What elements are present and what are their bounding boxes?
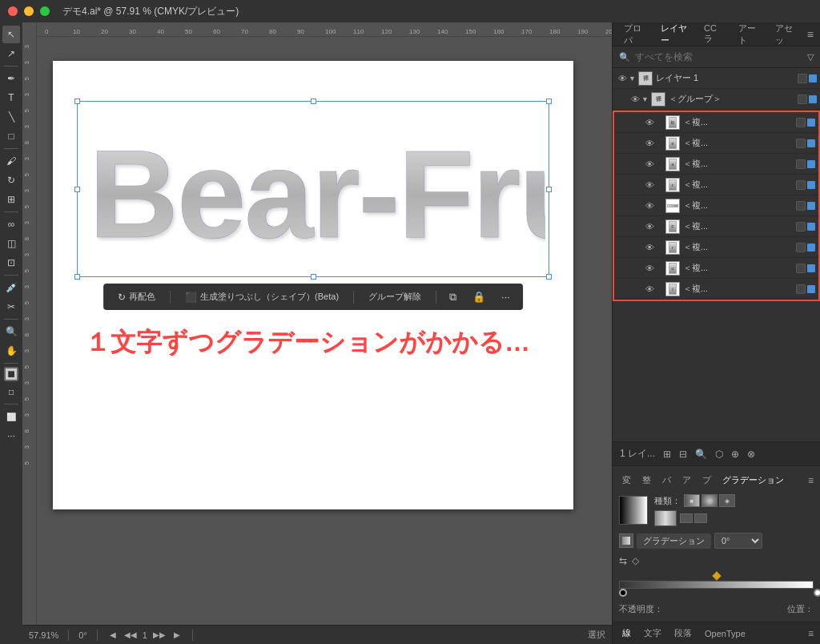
first-page-button[interactable]: ◀◀ xyxy=(122,630,139,640)
layer-lock-7[interactable] xyxy=(796,243,806,252)
more-tools[interactable]: ··· xyxy=(2,427,20,445)
layer-lock-6[interactable] xyxy=(796,222,806,231)
new-layer-icon[interactable]: ⊞ xyxy=(661,446,673,462)
line-tool[interactable]: ╲ xyxy=(2,108,20,126)
tab-character[interactable]: 文字 xyxy=(641,625,665,642)
selection-handle-tl[interactable] xyxy=(74,99,80,104)
layer-item-6[interactable]: 👁 F ＜複... xyxy=(614,216,818,237)
layer-item-9[interactable]: 👁 i ＜複... xyxy=(614,279,818,300)
template-icon[interactable]: ⬡ xyxy=(713,446,726,462)
rect-tool[interactable]: □ xyxy=(2,127,20,145)
gradient-distribute-icon[interactable]: ◇ xyxy=(632,555,639,566)
select-tool[interactable]: ↖ xyxy=(2,26,20,43)
gradient-tab-art[interactable]: ア xyxy=(679,473,694,488)
selection-handle-br[interactable] xyxy=(546,274,552,280)
tab-art[interactable]: アート xyxy=(734,22,764,50)
canvas-scroll[interactable]: Bear-Fruit Bear-Fruit xyxy=(37,37,612,625)
scissors-tool[interactable]: ✂ xyxy=(2,298,20,316)
tab-stroke[interactable]: 線 xyxy=(619,625,634,642)
visibility-icon-1[interactable]: 👁 xyxy=(643,116,656,129)
selection-handle-bc[interactable] xyxy=(311,274,316,280)
fill-color[interactable]: ■ xyxy=(4,367,18,381)
layer-item-8[interactable]: 👁 u ＜複... xyxy=(614,258,818,279)
selection-handle-tc[interactable] xyxy=(311,99,316,104)
visibility-icon-6[interactable]: 👁 xyxy=(643,220,656,233)
gradient-type-freeform[interactable]: ◈ xyxy=(719,494,735,507)
visibility-icon-7[interactable]: 👁 xyxy=(643,241,656,254)
pen-tool[interactable]: ✒ xyxy=(2,70,20,87)
layer-lock-1[interactable] xyxy=(796,118,806,127)
selection-handle-ml[interactable] xyxy=(74,187,80,192)
delete-layer-icon[interactable]: ⊗ xyxy=(745,446,758,462)
tab-paragraph[interactable]: 段落 xyxy=(671,625,695,642)
expand-icon-group1[interactable]: ▼ xyxy=(641,95,651,103)
gradient-swatch-large[interactable] xyxy=(619,496,648,525)
duplicate-layer-icon[interactable]: ⊕ xyxy=(729,446,742,462)
selection-handle-bl[interactable] xyxy=(74,274,80,280)
more-options-icon[interactable]: ··· xyxy=(498,289,513,304)
stroke-color[interactable]: □ xyxy=(2,383,20,400)
type-tool[interactable]: T xyxy=(2,89,20,107)
layer-lock-2[interactable] xyxy=(796,139,806,148)
blend-tool[interactable]: ∞ xyxy=(2,215,20,233)
visibility-icon-4[interactable]: 👁 xyxy=(643,179,656,191)
visibility-icon-2[interactable]: 👁 xyxy=(643,137,656,150)
last-page-button[interactable]: ▶▶ xyxy=(151,630,168,640)
gradient-options-icon[interactable] xyxy=(619,533,633,548)
layer-lock-9[interactable] xyxy=(796,284,806,294)
fill-button[interactable]: ⬛ 生成塗りつぶし（シェイブ）(Beta) xyxy=(180,288,344,305)
layer-item-7[interactable]: 👁 r ＜複... xyxy=(614,237,818,258)
gradient-tab-pathfinder[interactable]: パ xyxy=(659,473,674,488)
mesh-tool[interactable]: ⊡ xyxy=(2,254,20,272)
next-page-button[interactable]: ▶ xyxy=(171,630,183,640)
visibility-icon-9[interactable]: 👁 xyxy=(643,283,656,296)
layer-item-3[interactable]: 👁 a ＜複... xyxy=(614,154,818,175)
gradient-tab-transform[interactable]: 変 xyxy=(619,473,634,488)
gradient-type-linear[interactable]: ■ xyxy=(684,494,700,507)
paint-brush[interactable]: 🖌 xyxy=(2,152,20,170)
layer-lock-4[interactable] xyxy=(796,180,806,190)
tab-assets[interactable]: アセッ xyxy=(770,22,801,50)
layer-lock-8[interactable] xyxy=(796,264,806,273)
gradient-tab-gradient[interactable]: グラデーション xyxy=(719,473,787,488)
drawing-mode[interactable]: ⬜ xyxy=(2,408,20,425)
recolor-button[interactable]: ↻ 再配色 xyxy=(113,288,160,305)
layer-item-2[interactable]: 👁 e ＜複... xyxy=(614,133,818,154)
rotate-tool[interactable]: ↻ xyxy=(2,171,20,189)
new-sublayer-icon[interactable]: ⊟ xyxy=(677,446,689,462)
tab-properties[interactable]: プロパ xyxy=(619,22,649,50)
visibility-icon-8[interactable]: 👁 xyxy=(643,262,656,275)
gradient-panel-menu-icon[interactable]: ≡ xyxy=(808,475,814,486)
tab-opentype[interactable]: OpenType xyxy=(701,626,749,641)
gradient-bar[interactable] xyxy=(619,581,814,589)
maximize-button[interactable] xyxy=(40,6,50,16)
layer-lock-5[interactable] xyxy=(796,201,806,211)
close-button[interactable] xyxy=(8,6,18,16)
visibility-icon-5[interactable]: 👁 xyxy=(643,199,656,212)
layer-item-5[interactable]: 👁 ＜複... xyxy=(614,195,818,216)
visibility-icon-group1[interactable]: 👁 xyxy=(629,93,641,106)
scale-tool[interactable]: ⊞ xyxy=(2,191,20,208)
zoom-tool[interactable]: 🔍 xyxy=(2,323,20,340)
layer-lock-layer1[interactable] xyxy=(798,74,807,83)
hand-tool[interactable]: ✋ xyxy=(2,342,20,360)
gradient-reverse-icon[interactable]: ⇆ xyxy=(619,555,627,566)
search-input[interactable] xyxy=(635,51,802,62)
layer-lock-3[interactable] xyxy=(796,159,806,169)
ungroup-button[interactable]: グループ解除 xyxy=(364,288,426,305)
gradient-tool[interactable]: ◫ xyxy=(2,235,20,252)
expand-icon-layer1[interactable]: ▼ xyxy=(629,74,638,83)
copy-icon[interactable]: ⧉ xyxy=(446,289,460,305)
selection-handle-mr[interactable] xyxy=(546,187,552,192)
filter-icon[interactable]: ▽ xyxy=(807,52,814,62)
layer-item-layer1[interactable]: 👁 ▼ 裸 レイヤー 1 xyxy=(613,68,820,89)
eyedropper-tool[interactable]: 💉 xyxy=(2,279,20,296)
tab-layers[interactable]: レイヤー xyxy=(656,22,693,50)
selection-handle-tr[interactable] xyxy=(546,99,552,104)
layer-item-1[interactable]: 👁 B ＜複... xyxy=(614,112,818,133)
layer-lock-group1[interactable] xyxy=(798,95,807,104)
minimize-button[interactable] xyxy=(24,6,34,16)
gradient-tab-align[interactable]: 整 xyxy=(639,473,654,488)
prev-page-button[interactable]: ◀ xyxy=(107,630,119,640)
tab-cc-libraries[interactable]: CC ラ xyxy=(699,22,727,48)
